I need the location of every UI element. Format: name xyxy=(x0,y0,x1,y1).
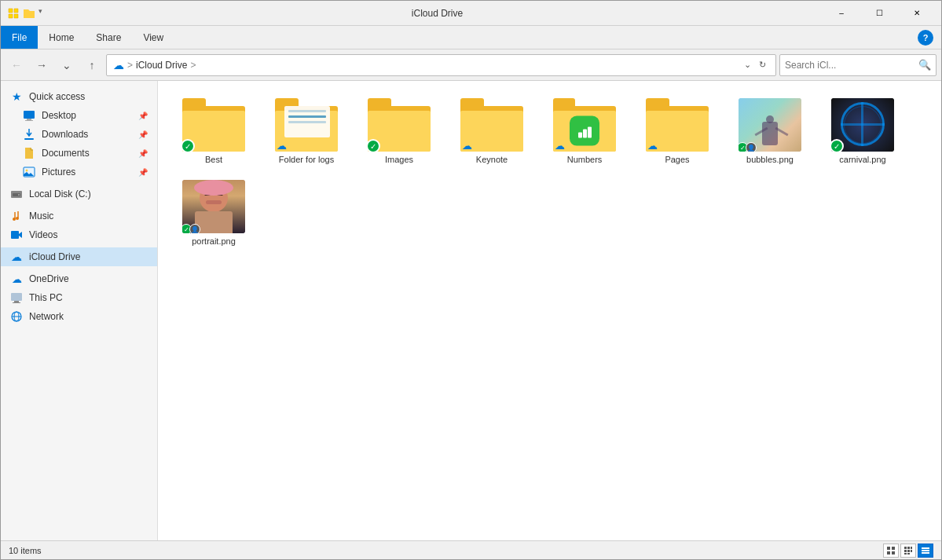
sync-check-icon: ✓ xyxy=(181,139,195,153)
chevron-down-icon: ▾ xyxy=(38,7,51,20)
svg-rect-28 xyxy=(904,550,907,552)
svg-point-5 xyxy=(26,170,28,172)
svg-rect-23 xyxy=(887,551,890,555)
file-label-best: Best xyxy=(205,155,222,164)
pin-icon3: 📌 xyxy=(138,149,148,158)
network-icon xyxy=(10,310,23,323)
sidebar-label-videos: Videos xyxy=(29,229,57,240)
file-label-portrait: portrait.png xyxy=(192,236,236,246)
address-dropdown-btn[interactable]: ⌄ xyxy=(741,58,754,71)
quickaccess-icon xyxy=(7,7,20,20)
folder-pages-icon: ☁ xyxy=(646,98,709,152)
sidebar-item-desktop[interactable]: Desktop 📌 xyxy=(1,106,157,125)
details-view-button[interactable] xyxy=(918,544,933,558)
help-button[interactable]: ? xyxy=(910,26,941,49)
file-item-pages[interactable]: ☁ Pages xyxy=(634,93,720,169)
large-icons-view-button[interactable] xyxy=(883,544,899,558)
icloud-icon: ☁ xyxy=(10,251,23,263)
person-icon2: 👤 xyxy=(189,224,200,233)
search-input[interactable] xyxy=(785,60,915,71)
folder-images-icon: ✓ xyxy=(368,98,431,152)
svg-rect-34 xyxy=(922,550,929,551)
minimize-button[interactable]: – xyxy=(823,1,860,26)
back-button[interactable]: ← xyxy=(5,54,27,76)
statusbar: 10 items xyxy=(1,540,941,559)
svg-rect-25 xyxy=(904,547,907,549)
file-label-logs: Folder for logs xyxy=(279,155,334,164)
forward-button[interactable]: → xyxy=(31,54,53,76)
explorer-window: ▾ iCloud Drive – ☐ ✕ File Home Share Vie… xyxy=(0,0,942,560)
medium-icons-view-button[interactable] xyxy=(900,544,916,558)
sidebar-item-icloud[interactable]: ☁ iCloud Drive xyxy=(1,247,157,266)
sidebar-item-music[interactable]: Music xyxy=(1,207,157,225)
quick-access-section: ★ Quick access Desktop 📌 Downloads 📌 xyxy=(1,87,157,181)
music-icon xyxy=(10,210,23,222)
svg-rect-29 xyxy=(907,550,910,552)
file-item-folder-logs[interactable]: ☁ Folder for logs xyxy=(263,93,350,169)
file-item-numbers[interactable]: ☁ Numbers xyxy=(541,93,628,169)
svg-rect-31 xyxy=(904,553,907,555)
svg-rect-12 xyxy=(11,293,22,301)
up-button[interactable]: ↑ xyxy=(81,54,103,76)
share-menu[interactable]: Share xyxy=(85,26,132,49)
pictures-icon xyxy=(23,166,35,178)
sidebar-label-thispc: This PC xyxy=(29,292,63,303)
check-icon-carnival: ✓ xyxy=(831,139,844,152)
file-item-best[interactable]: ✓ Best xyxy=(170,93,257,169)
maximize-button[interactable]: ☐ xyxy=(861,1,897,26)
sidebar-item-pictures[interactable]: Pictures 📌 xyxy=(1,163,157,181)
svg-rect-20 xyxy=(588,127,592,138)
window-controls: – ☐ ✕ xyxy=(823,1,935,26)
sync-check-icon2: ✓ xyxy=(366,139,380,153)
refresh-btn[interactable]: ↻ xyxy=(756,58,769,71)
folder-logs-icon: ☁ xyxy=(275,98,338,152)
view-menu[interactable]: View xyxy=(132,26,174,49)
person-icon: 👤 xyxy=(746,142,757,152)
sidebar-item-quick-access[interactable]: ★ Quick access xyxy=(1,87,157,106)
file-item-portrait[interactable]: ✓ 👤 portrait.png xyxy=(170,175,257,251)
sidebar-label-network: Network xyxy=(29,311,64,322)
svg-rect-19 xyxy=(583,130,587,138)
address-separator: > xyxy=(127,60,133,71)
sidebar-item-videos[interactable]: Videos xyxy=(1,225,157,244)
cloud-section: ☁ iCloud Drive xyxy=(1,247,157,266)
address-path: iCloud Drive xyxy=(136,60,187,71)
sidebar-label-downloads: Downloads xyxy=(42,129,88,140)
sidebar-label-quick-access: Quick access xyxy=(29,91,85,102)
svg-rect-18 xyxy=(578,133,582,138)
titlebar-app-icons: ▾ xyxy=(7,7,51,20)
file-label-keynote: Keynote xyxy=(476,155,508,164)
address-bar[interactable]: ☁ > iCloud Drive > ⌄ ↻ xyxy=(106,54,776,76)
sidebar-item-documents[interactable]: Documents 📌 xyxy=(1,144,157,163)
sidebar-item-thispc[interactable]: This PC xyxy=(1,288,157,307)
file-item-images[interactable]: ✓ Images xyxy=(356,93,442,169)
svg-rect-22 xyxy=(892,547,895,550)
file-item-carnival[interactable]: ✓ carnival.png xyxy=(819,93,906,169)
window-title: iCloud Drive xyxy=(51,8,823,19)
file-item-bubbles[interactable]: ✓ 👤 bubbles.png xyxy=(727,93,813,169)
star-icon: ★ xyxy=(10,90,23,103)
file-menu[interactable]: File xyxy=(1,26,38,49)
help-icon: ? xyxy=(918,30,933,46)
file-item-keynote[interactable]: ☁ Keynote xyxy=(449,93,535,169)
search-bar[interactable]: 🔍 xyxy=(779,54,937,76)
sidebar-label-icloud: iCloud Drive xyxy=(29,251,80,262)
sidebar: ★ Quick access Desktop 📌 Downloads 📌 xyxy=(1,81,158,540)
thumb-portrait: ✓ 👤 xyxy=(182,180,245,233)
sidebar-label-onedrive: OneDrive xyxy=(29,273,69,284)
close-button[interactable]: ✕ xyxy=(899,1,935,26)
sidebar-item-onedrive[interactable]: ☁ OneDrive xyxy=(1,269,157,288)
documents-icon xyxy=(23,147,35,159)
sidebar-item-localdisk[interactable]: Local Disk (C:) xyxy=(1,185,157,203)
pin-icon2: 📌 xyxy=(138,130,148,139)
folder-icon xyxy=(23,7,35,20)
sidebar-item-downloads[interactable]: Downloads 📌 xyxy=(1,125,157,144)
file-label-carnival: carnival.png xyxy=(839,155,885,164)
recent-locations-button[interactable]: ⌄ xyxy=(56,54,78,76)
downloads-icon xyxy=(23,128,35,141)
sidebar-item-network[interactable]: Network xyxy=(1,307,157,326)
svg-rect-21 xyxy=(887,547,890,550)
svg-rect-35 xyxy=(922,552,929,554)
home-menu[interactable]: Home xyxy=(38,26,85,49)
cloud-sync-icon: ☁ xyxy=(277,140,287,152)
